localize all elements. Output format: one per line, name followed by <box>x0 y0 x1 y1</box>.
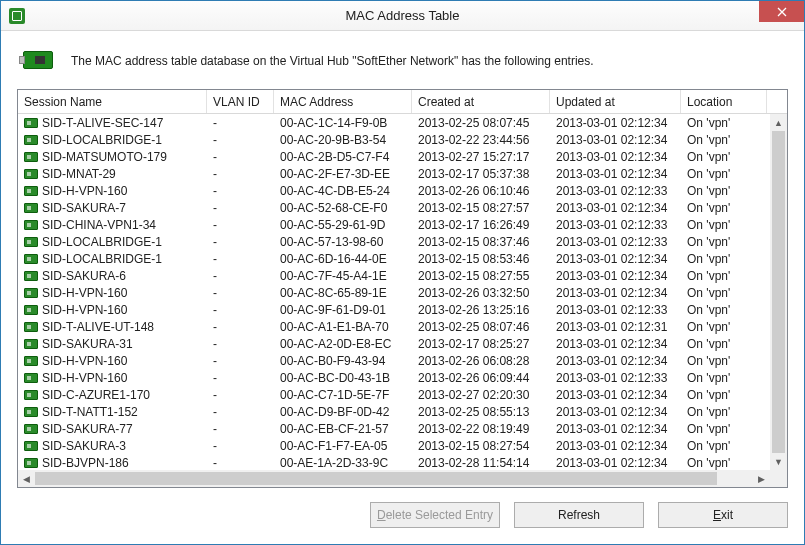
col-session-name[interactable]: Session Name <box>18 90 207 113</box>
horizontal-scrollbar[interactable]: ◀ ▶ <box>18 470 770 487</box>
cell-mac-address: 00-AC-C7-1D-5E-7F <box>274 388 412 402</box>
table-row[interactable]: SID-LOCALBRIDGE-1-00-AC-57-13-98-602013-… <box>18 233 770 250</box>
table-row[interactable]: SID-SAKURA-7-00-AC-52-68-CE-F02013-02-15… <box>18 199 770 216</box>
window-title: MAC Address Table <box>1 8 804 23</box>
nic-row-icon <box>24 254 38 264</box>
table-row[interactable]: SID-SAKURA-6-00-AC-7F-45-A4-1E2013-02-15… <box>18 267 770 284</box>
cell-mac-address: 00-AC-7F-45-A4-1E <box>274 269 412 283</box>
table-row[interactable]: SID-SAKURA-31-00-AC-A2-0D-E8-EC2013-02-1… <box>18 335 770 352</box>
cell-session-name: SID-LOCALBRIDGE-1 <box>18 235 207 249</box>
scroll-up-arrow-icon[interactable]: ▲ <box>770 114 787 131</box>
vertical-scrollbar[interactable]: ▲ ▼ <box>770 114 787 470</box>
table-row[interactable]: SID-H-VPN-160-00-AC-BC-D0-43-1B2013-02-2… <box>18 369 770 386</box>
table-row[interactable]: SID-MATSUMOTO-179-00-AC-2B-D5-C7-F42013-… <box>18 148 770 165</box>
table-row[interactable]: SID-T-NATT1-152-00-AC-D9-BF-0D-422013-02… <box>18 403 770 420</box>
delete-selected-button[interactable]: Delete Selected Entry <box>370 502 500 528</box>
cell-created-at: 2013-02-15 08:27:54 <box>412 439 550 453</box>
cell-location: On 'vpn' <box>681 218 767 232</box>
cell-vlan-id: - <box>207 235 274 249</box>
cell-session-name: SID-H-VPN-160 <box>18 184 207 198</box>
cell-mac-address: 00-AC-8C-65-89-1E <box>274 286 412 300</box>
cell-updated-at: 2013-03-01 02:12:33 <box>550 371 681 385</box>
cell-location: On 'vpn' <box>681 201 767 215</box>
cell-created-at: 2013-02-26 13:25:16 <box>412 303 550 317</box>
vscroll-track[interactable] <box>770 131 787 453</box>
refresh-label: Refresh <box>558 508 600 522</box>
cell-session-name: SID-T-ALIVE-UT-148 <box>18 320 207 334</box>
table-row[interactable]: SID-SAKURA-77-00-AC-EB-CF-21-572013-02-2… <box>18 420 770 437</box>
nic-row-icon <box>24 288 38 298</box>
cell-created-at: 2013-02-25 08:07:46 <box>412 320 550 334</box>
col-created-at[interactable]: Created at <box>412 90 550 113</box>
cell-mac-address: 00-AC-6D-16-44-0E <box>274 252 412 266</box>
table-row[interactable]: SID-H-VPN-160-00-AC-4C-DB-E5-242013-02-2… <box>18 182 770 199</box>
table-row[interactable]: SID-T-ALIVE-UT-148-00-AC-A1-E1-BA-702013… <box>18 318 770 335</box>
cell-vlan-id: - <box>207 269 274 283</box>
col-location[interactable]: Location <box>681 90 767 113</box>
nic-row-icon <box>24 186 38 196</box>
cell-mac-address: 00-AC-20-9B-B3-54 <box>274 133 412 147</box>
window: MAC Address Table The MAC address table … <box>0 0 805 545</box>
close-button[interactable] <box>759 1 804 22</box>
hscroll-thumb[interactable] <box>35 472 717 485</box>
cell-mac-address: 00-AE-1A-2D-33-9C <box>274 456 412 470</box>
cell-created-at: 2013-02-22 23:44:56 <box>412 133 550 147</box>
titlebar[interactable]: MAC Address Table <box>1 1 804 31</box>
cell-location: On 'vpn' <box>681 150 767 164</box>
cell-location: On 'vpn' <box>681 337 767 351</box>
exit-button[interactable]: Exit <box>658 502 788 528</box>
cell-location: On 'vpn' <box>681 422 767 436</box>
nic-row-icon <box>24 118 38 128</box>
table-row[interactable]: SID-SAKURA-3-00-AC-F1-F7-EA-052013-02-15… <box>18 437 770 454</box>
close-icon <box>777 7 787 17</box>
table-row[interactable]: SID-CHINA-VPN1-34-00-AC-55-29-61-9D2013-… <box>18 216 770 233</box>
hscroll-track[interactable] <box>35 470 753 487</box>
table-row[interactable]: SID-LOCALBRIDGE-1-00-AC-6D-16-44-0E2013-… <box>18 250 770 267</box>
cell-session-name: SID-SAKURA-31 <box>18 337 207 351</box>
cell-session-name: SID-CHINA-VPN1-34 <box>18 218 207 232</box>
cell-location: On 'vpn' <box>681 303 767 317</box>
nic-row-icon <box>24 373 38 383</box>
table-row[interactable]: SID-T-ALIVE-SEC-147-00-AC-1C-14-F9-0B201… <box>18 114 770 131</box>
nic-row-icon <box>24 220 38 230</box>
table-body: SID-T-ALIVE-SEC-147-00-AC-1C-14-F9-0B201… <box>18 114 787 487</box>
cell-session-name: SID-BJVPN-186 <box>18 456 207 470</box>
table-row[interactable]: SID-H-VPN-160-00-AC-9F-61-D9-012013-02-2… <box>18 301 770 318</box>
cell-mac-address: 00-AC-D9-BF-0D-42 <box>274 405 412 419</box>
table-row[interactable]: SID-LOCALBRIDGE-1-00-AC-20-9B-B3-542013-… <box>18 131 770 148</box>
vscroll-thumb[interactable] <box>772 131 785 453</box>
col-updated-at[interactable]: Updated at <box>550 90 681 113</box>
col-vlan-id[interactable]: VLAN ID <box>207 90 274 113</box>
table-row[interactable]: SID-MNAT-29-00-AC-2F-E7-3D-EE2013-02-17 … <box>18 165 770 182</box>
table-row[interactable]: SID-H-VPN-160-00-AC-B0-F9-43-942013-02-2… <box>18 352 770 369</box>
cell-session-name: SID-MNAT-29 <box>18 167 207 181</box>
cell-session-name: SID-T-NATT1-152 <box>18 405 207 419</box>
cell-updated-at: 2013-03-01 02:12:34 <box>550 354 681 368</box>
table-row[interactable]: SID-BJVPN-186-00-AE-1A-2D-33-9C2013-02-2… <box>18 454 770 470</box>
scroll-down-arrow-icon[interactable]: ▼ <box>770 453 787 470</box>
cell-updated-at: 2013-03-01 02:12:33 <box>550 184 681 198</box>
cell-updated-at: 2013-03-01 02:12:34 <box>550 201 681 215</box>
scroll-left-arrow-icon[interactable]: ◀ <box>18 470 35 487</box>
cell-mac-address: 00-AC-55-29-61-9D <box>274 218 412 232</box>
refresh-button[interactable]: Refresh <box>514 502 644 528</box>
cell-created-at: 2013-02-15 08:27:57 <box>412 201 550 215</box>
cell-created-at: 2013-02-26 06:09:44 <box>412 371 550 385</box>
cell-location: On 'vpn' <box>681 286 767 300</box>
cell-location: On 'vpn' <box>681 252 767 266</box>
cell-vlan-id: - <box>207 320 274 334</box>
cell-updated-at: 2013-03-01 02:12:34 <box>550 388 681 402</box>
cell-created-at: 2013-02-17 05:37:38 <box>412 167 550 181</box>
cell-mac-address: 00-AC-9F-61-D9-01 <box>274 303 412 317</box>
scroll-right-arrow-icon[interactable]: ▶ <box>753 470 770 487</box>
cell-updated-at: 2013-03-01 02:12:34 <box>550 456 681 470</box>
table-header-row: Session Name VLAN ID MAC Address Created… <box>18 90 787 114</box>
cell-vlan-id: - <box>207 133 274 147</box>
col-mac-address[interactable]: MAC Address <box>274 90 412 113</box>
cell-created-at: 2013-02-15 08:53:46 <box>412 252 550 266</box>
mac-table[interactable]: Session Name VLAN ID MAC Address Created… <box>17 89 788 488</box>
cell-session-name: SID-SAKURA-7 <box>18 201 207 215</box>
table-row[interactable]: SID-H-VPN-160-00-AC-8C-65-89-1E2013-02-2… <box>18 284 770 301</box>
cell-vlan-id: - <box>207 439 274 453</box>
table-row[interactable]: SID-C-AZURE1-170-00-AC-C7-1D-5E-7F2013-0… <box>18 386 770 403</box>
